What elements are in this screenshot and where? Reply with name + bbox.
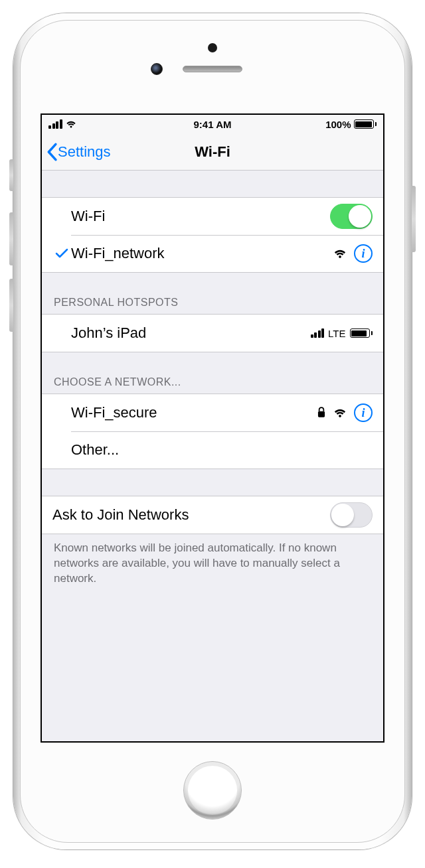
other-network-row[interactable]: Other...	[42, 431, 383, 469]
ask-to-join-row: Ask to Join Networks	[42, 496, 383, 534]
wifi-toggle[interactable]	[330, 204, 373, 229]
checkmark-icon	[52, 248, 71, 259]
screen: 9:41 AM 100% Settings Wi-Fi	[41, 113, 384, 743]
battery-icon	[354, 119, 377, 129]
connected-network-row[interactable]: Wi-Fi_network i	[42, 235, 383, 272]
cellular-signal-icon	[48, 119, 62, 129]
personal-hotspots-header: PERSONAL HOTSPOTS	[42, 291, 383, 314]
page-title: Wi-Fi	[42, 143, 383, 161]
cellular-signal-icon	[311, 328, 325, 338]
wifi-label: Wi-Fi	[71, 208, 330, 225]
home-button[interactable]	[183, 761, 242, 820]
nav-bar: Settings Wi-Fi	[42, 133, 383, 171]
choose-network-header: CHOOSE A NETWORK...	[42, 371, 383, 394]
wifi-signal-icon	[333, 248, 347, 259]
ask-to-join-footer: Known networks will be joined automatica…	[42, 534, 383, 593]
wifi-icon	[65, 119, 77, 129]
svg-rect-0	[318, 411, 325, 417]
network-name: Wi-Fi_secure	[71, 404, 317, 421]
wifi-toggle-row: Wi-Fi	[42, 198, 383, 235]
other-label: Other...	[71, 441, 373, 459]
ask-to-join-label: Ask to Join Networks	[52, 506, 330, 524]
battery-icon	[350, 328, 373, 338]
info-icon[interactable]: i	[354, 244, 373, 263]
battery-percent: 100%	[325, 119, 351, 130]
info-icon[interactable]: i	[354, 403, 373, 422]
wifi-signal-icon	[333, 407, 347, 419]
hotspot-name: John’s iPad	[71, 325, 311, 342]
content: Wi-Fi Wi-Fi_network	[42, 171, 383, 741]
lock-icon	[317, 407, 326, 419]
hotspot-network-label: LTE	[328, 328, 345, 339]
ask-to-join-toggle[interactable]	[330, 502, 373, 528]
connected-network-name: Wi-Fi_network	[71, 245, 333, 262]
network-row[interactable]: Wi-Fi_secure i	[42, 394, 383, 431]
status-bar: 9:41 AM 100%	[42, 115, 383, 133]
hotspot-row[interactable]: John’s iPad LTE	[42, 315, 383, 352]
